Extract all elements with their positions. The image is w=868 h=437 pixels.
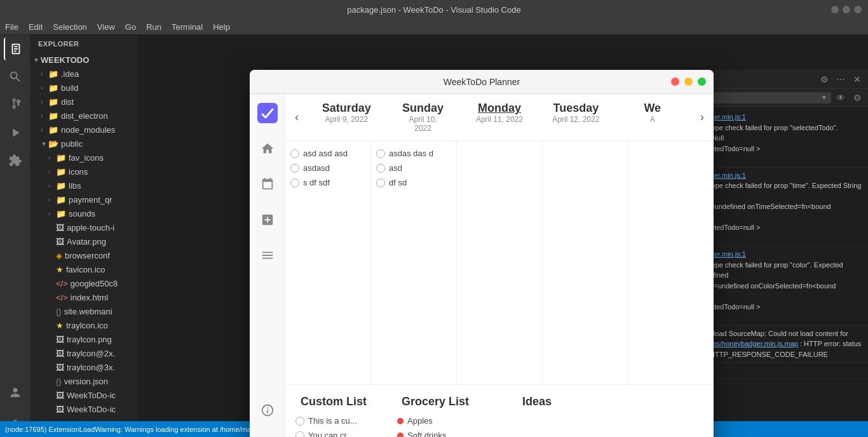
tree-item-file[interactable]: </> index.html (31, 290, 138, 304)
todo-item[interactable]: asd asd asd (290, 149, 365, 158)
debug-ellipsis-btn[interactable]: ⋯ (834, 72, 848, 86)
tree-item-file[interactable]: {} site.webmani (31, 304, 138, 318)
tree-item[interactable]: › 📁 libs (31, 178, 138, 192)
todo-item[interactable]: asdas das d (376, 149, 451, 158)
menu-help[interactable]: Help (213, 22, 230, 32)
tree-item-file[interactable]: 🖼 traylcon.png (31, 332, 138, 346)
extensions-icon[interactable] (4, 149, 27, 172)
tree-item[interactable]: › 📁 dist (31, 95, 138, 109)
list-item[interactable]: Soft drinks (397, 431, 473, 437)
tree-item[interactable]: › 📁 payment_qr (31, 192, 138, 206)
explorer-icon[interactable] (4, 37, 27, 60)
todo-item[interactable]: asd (376, 163, 451, 173)
explorer-sidebar: EXPLORER ▼ WEEKTODO › 📁 .idea › 📁 build … (31, 35, 139, 437)
tuesday-todos (543, 141, 628, 384)
debug-close-btn[interactable]: ✕ (850, 72, 864, 86)
tree-item[interactable]: › 📁 fav_icons (31, 151, 138, 165)
list-item[interactable]: This is a cu... (295, 416, 372, 426)
ideas-list-title: Ideas (499, 395, 575, 408)
debug-settings-btn[interactable]: ⚙ (817, 72, 831, 86)
list-checkbox[interactable] (295, 431, 304, 438)
app-logo-icon (256, 102, 279, 124)
todo-item[interactable]: asdasd (290, 163, 365, 173)
list-item[interactable]: Apples (397, 416, 473, 426)
minimize-btn[interactable] (831, 6, 839, 13)
tree-item[interactable]: › 📁 icons (31, 165, 138, 178)
day-date-saturday: April 9, 2022 (325, 115, 367, 124)
tree-item[interactable]: › 📁 .idea (31, 67, 138, 81)
custom-list-column: Custom List This is a cu... You can cr..… (295, 395, 372, 437)
ideas-list-column: Ideas (499, 395, 575, 437)
app-settings-icon[interactable] (256, 244, 279, 267)
list-item[interactable]: You can cr... (295, 431, 372, 437)
app-sidebar (250, 94, 285, 437)
app-maximize-btn[interactable] (698, 77, 706, 86)
todo-checkbox[interactable] (376, 178, 385, 187)
app-close-btn[interactable] (671, 77, 679, 86)
menu-view[interactable]: View (97, 22, 115, 32)
tree-item-file[interactable]: 🖼 WeekToDo-ic (31, 402, 138, 416)
todo-checkbox[interactable] (376, 149, 385, 158)
list-checkbox[interactable] (295, 417, 304, 426)
run-debug-icon[interactable] (4, 121, 27, 144)
app-calendar-icon[interactable] (256, 173, 279, 196)
tree-item-file[interactable]: 🖼 Avatar.png (31, 234, 138, 248)
folder-icon: 📁 (48, 69, 58, 79)
todo-checkbox[interactable] (290, 149, 299, 158)
tree-item-file[interactable]: {} version.json (31, 374, 138, 388)
tree-arrow-root: ▼ (33, 57, 41, 64)
tree-item[interactable]: › 📁 dist_electron (31, 109, 138, 123)
prev-week-button[interactable]: ‹ (285, 106, 308, 129)
menu-terminal[interactable]: Terminal (172, 22, 203, 32)
tree-item-file[interactable]: ★ traylcon.ico (31, 318, 138, 332)
chevron-down-icon: ▼ (41, 140, 48, 147)
maximize-btn[interactable] (843, 6, 850, 13)
tree-item-sounds[interactable]: › 📁 sounds (31, 206, 138, 220)
folder-icon: 📁 (48, 125, 58, 135)
app-home-icon[interactable] (256, 137, 279, 160)
menu-edit[interactable]: Edit (29, 22, 43, 32)
sunday-todos: asdas das d asd df sd (371, 141, 457, 384)
todo-checkbox[interactable] (290, 178, 299, 187)
json-file-icon: {} (56, 307, 62, 316)
app-info-icon[interactable] (256, 399, 279, 422)
day-name-monday: Monday (478, 102, 521, 115)
tree-item-file[interactable]: ◈ browserconf (31, 248, 138, 262)
image-file-icon: 🖼 (56, 405, 64, 414)
debug-eye-btn[interactable]: 👁 (834, 91, 848, 105)
app-add-icon[interactable] (256, 208, 279, 231)
next-week-button[interactable]: › (691, 106, 714, 129)
tree-item-public[interactable]: ▼ 📂 public (31, 137, 138, 151)
todo-item[interactable]: s df sdf (290, 178, 365, 187)
app-minimize-btn[interactable] (684, 77, 693, 86)
account-icon[interactable] (4, 381, 27, 404)
menu-selection[interactable]: Selection (53, 22, 86, 32)
menu-run[interactable]: Run (146, 22, 161, 32)
source-control-icon[interactable] (4, 93, 27, 116)
todo-item[interactable]: df sd (376, 178, 451, 187)
day-saturday: Saturday April 9, 2022 (315, 102, 378, 133)
lists-section: Custom List This is a cu... You can cr..… (285, 384, 714, 437)
debug-gear-btn[interactable]: ⚙ (850, 91, 864, 105)
folder-icon: 📁 (48, 111, 58, 121)
tree-item-file[interactable]: 🖼 traylcon@2x. (31, 346, 138, 360)
saturday-todos: asd asd asd asdasd s df sdf (285, 141, 371, 384)
todo-checkbox[interactable] (376, 164, 385, 173)
tree-item-file[interactable]: ★ favicon.ico (31, 262, 138, 276)
tree-item-file[interactable]: 🖼 traylcon@3x. (31, 360, 138, 374)
tree-item-file[interactable]: 🖼 WeekToDo-ic (31, 388, 138, 402)
html-file-icon: </> (56, 279, 68, 288)
menu-file[interactable]: File (5, 22, 18, 32)
todo-checkbox[interactable] (290, 164, 299, 173)
tree-item-file[interactable]: </> googled50c8 (31, 276, 138, 290)
close-btn[interactable] (854, 6, 862, 13)
folder-icon: 📁 (48, 83, 58, 93)
search-icon[interactable] (4, 65, 27, 88)
tree-item[interactable]: › 📁 build (31, 81, 138, 95)
day-name-saturday: Saturday (322, 102, 371, 115)
tree-item[interactable]: › 📁 node_modules (31, 123, 138, 137)
menu-go[interactable]: Go (125, 22, 136, 32)
image-file-icon: 🖼 (56, 223, 64, 232)
tree-root[interactable]: ▼ WEEKTODO (31, 53, 138, 67)
tree-item-file[interactable]: 🖼 apple-touch-i (31, 220, 138, 234)
